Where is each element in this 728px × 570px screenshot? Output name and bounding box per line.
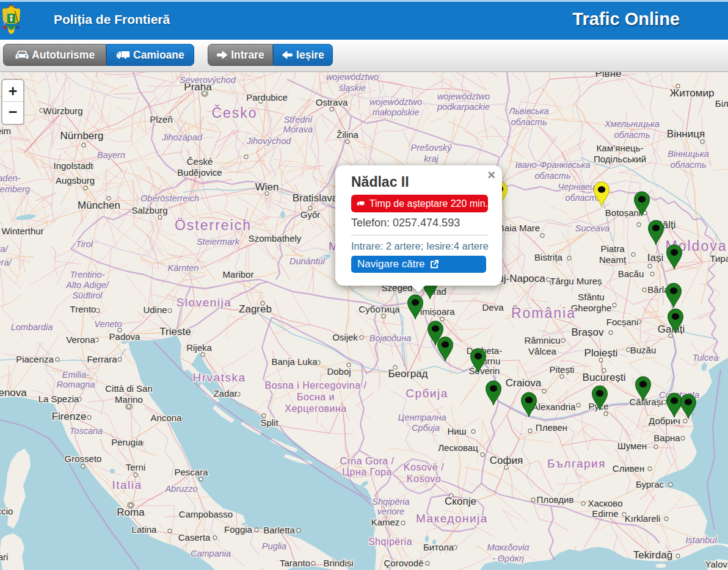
svg-text:ra/: ra/ <box>0 244 9 254</box>
svg-text:Шумен: Шумен <box>617 441 647 451</box>
svg-text:Pitești: Pitești <box>550 364 575 375</box>
svg-text:Плевен: Плевен <box>536 422 567 433</box>
svg-text:Südtirol: Südtirol <box>72 290 103 300</box>
svg-text:Râmnicu: Râmnicu <box>524 335 560 345</box>
svg-text:Firenze: Firenze <box>52 411 87 422</box>
svg-text:Добрич: Добрич <box>649 416 680 426</box>
svg-text:Augsburg: Augsburg <box>56 175 95 186</box>
svg-text:kraj: kraj <box>424 154 439 164</box>
svg-text:Rijeka: Rijeka <box>186 342 212 353</box>
svg-text:Győr: Győr <box>300 209 321 220</box>
svg-text:Alto Adige/: Alto Adige/ <box>65 280 110 290</box>
svg-text:Perugia: Perugia <box>111 437 143 447</box>
svg-text:Neamț: Neamț <box>599 254 627 265</box>
svg-text:Alexandria: Alexandria <box>533 402 577 412</box>
svg-text:Варна: Варна <box>653 433 680 443</box>
svg-text:Brașov: Brașov <box>572 326 604 338</box>
svg-text:Хасково: Хасково <box>588 498 622 508</box>
svg-text:- Θράκη: - Θράκη <box>492 554 524 563</box>
svg-text:Bistrița: Bistrița <box>534 252 563 262</box>
svg-text:Bratislava: Bratislava <box>293 192 338 204</box>
svg-text:România: România <box>511 305 576 321</box>
svg-text:Žilina: Žilina <box>337 129 359 140</box>
svg-text:Barletta: Barletta <box>263 525 295 535</box>
svg-text:Piatra: Piatra <box>600 244 625 254</box>
svg-text:Vâlcea: Vâlcea <box>528 346 557 356</box>
svg-text:Foggia: Foggia <box>224 524 253 535</box>
svg-text:Μακεδονία: Μακεδονία <box>487 543 530 552</box>
svg-text:Македонија: Македонија <box>416 512 488 525</box>
svg-text:Бургас: Бургас <box>636 479 664 489</box>
svg-text:България: България <box>547 457 606 470</box>
svg-text:Călărași: Călărași <box>629 397 663 407</box>
svg-text:ccio: ccio <box>0 506 13 516</box>
svg-text:Shqipëria: Shqipëria <box>368 536 412 547</box>
svg-text:Piacenza: Piacenza <box>16 354 54 364</box>
svg-text:Лесковац: Лесковац <box>438 442 478 453</box>
svg-text:Ingolstadt: Ingolstadt <box>53 161 93 171</box>
svg-text:Tulcea: Tulcea <box>693 353 718 363</box>
svg-text:Суботица: Суботица <box>359 304 400 314</box>
svg-text:Pardubice: Pardubice <box>246 92 288 103</box>
svg-text:Босна и: Босна и <box>297 392 335 402</box>
svg-text:Iași: Iași <box>647 252 663 264</box>
svg-text:Budějovice: Budějovice <box>177 167 222 178</box>
svg-text:München: München <box>78 200 120 211</box>
svg-text:Taranto: Taranto <box>280 558 310 568</box>
svg-text:Војводина: Војводина <box>369 333 411 343</box>
svg-text:Botoșani: Botoșani <box>605 207 641 218</box>
svg-text:Doboj: Doboj <box>327 366 351 377</box>
svg-text:Prešovský: Prešovský <box>411 143 453 153</box>
svg-text:Подільський: Подільський <box>594 154 646 164</box>
svg-text:Split: Split <box>260 417 278 428</box>
svg-text:Тирас: Тирас <box>710 253 728 264</box>
svg-text:województwo: województwo <box>369 97 422 107</box>
svg-text:Plzeň: Plzeň <box>150 114 173 124</box>
svg-text:Szombathely: Szombathely <box>249 233 302 244</box>
svg-text:Lombardia: Lombardia <box>11 322 53 332</box>
svg-text:Genova: Genova <box>0 387 27 399</box>
svg-text:Craiova: Craiova <box>506 377 542 389</box>
svg-text:Severovýchod: Severovýchod <box>180 75 236 85</box>
svg-text:Вінниця: Вінниця <box>667 128 705 140</box>
svg-text:Ploiești: Ploiești <box>584 347 618 359</box>
svg-text:София: София <box>490 455 523 466</box>
svg-text:Wien: Wien <box>255 181 279 193</box>
svg-text:podkarpackie: podkarpackie <box>437 102 490 112</box>
svg-text:Morava: Morava <box>283 124 313 134</box>
svg-text:Târgu Mureș: Târgu Mureș <box>550 276 602 286</box>
svg-text:Біла: Біла <box>715 98 728 109</box>
svg-text:Slovenija: Slovenija <box>177 296 232 309</box>
svg-text:Roma: Roma <box>117 507 145 518</box>
svg-text:Střední: Střední <box>284 115 314 124</box>
svg-text:Kosovo: Kosovo <box>407 474 441 484</box>
svg-text:České: České <box>187 156 213 167</box>
svg-text:Toscana: Toscana <box>70 426 103 436</box>
svg-text:Trieste: Trieste <box>159 326 191 337</box>
svg-text:область: область <box>614 130 650 140</box>
svg-text:Udine: Udine <box>143 305 167 315</box>
svg-text:Padova: Padova <box>109 331 141 342</box>
svg-text:Pescara: Pescara <box>174 467 208 477</box>
svg-text:Сливен: Сливен <box>613 463 644 474</box>
svg-text:Marino: Marino <box>115 394 143 405</box>
svg-text:Crna Gora /: Crna Gora / <box>340 456 394 466</box>
svg-text:Битола: Битола <box>423 542 454 552</box>
svg-text:Хмельницька: Хмельницька <box>604 119 660 129</box>
svg-text:Italia: Italia <box>112 478 142 491</box>
svg-text:Kamez: Kamez <box>371 517 400 527</box>
svg-text:Вінницька: Вінницька <box>668 149 709 159</box>
svg-text:Emilia-: Emilia- <box>62 370 89 380</box>
svg-text:Steiermark: Steiermark <box>197 237 240 247</box>
svg-text:Shqipëria: Shqipëria <box>372 497 409 507</box>
svg-text:Gheorghe: Gheorghe <box>571 303 612 313</box>
svg-text:Banja Luka: Banja Luka <box>271 356 318 367</box>
svg-text:Івано-Франківська: Івано-Франківська <box>515 160 591 170</box>
svg-text:województwo: województwo <box>326 72 379 82</box>
svg-text:Ancona: Ancona <box>151 413 183 423</box>
svg-text:Maribor: Maribor <box>223 269 254 280</box>
svg-text:Istanbul: Istanbul <box>686 535 718 545</box>
svg-text:Црна Гора: Црна Гора <box>342 467 392 477</box>
svg-text:Winterthur: Winterthur <box>1 226 43 236</box>
svg-text:Latina: Latina <box>132 524 158 535</box>
